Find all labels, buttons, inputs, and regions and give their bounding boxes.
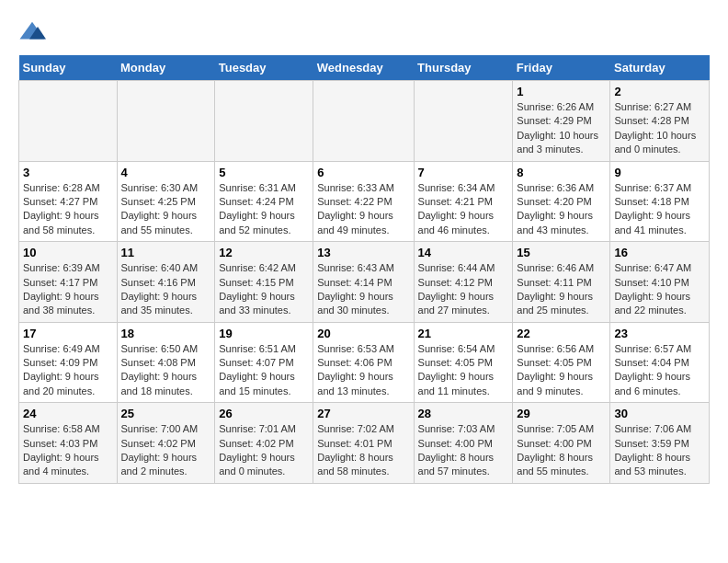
weekday-header: Thursday: [414, 55, 513, 81]
day-info: Sunrise: 6:54 AM Sunset: 4:05 PM Dayligh…: [418, 342, 509, 399]
day-number: 16: [614, 246, 705, 259]
weekday-header: Friday: [513, 55, 610, 81]
day-info: Sunrise: 6:51 AM Sunset: 4:07 PM Dayligh…: [219, 342, 309, 399]
calendar-week: 10Sunrise: 6:39 AM Sunset: 4:17 PM Dayli…: [19, 242, 710, 323]
day-number: 18: [121, 327, 211, 340]
day-number: 5: [219, 166, 309, 179]
calendar-day: [117, 81, 215, 162]
calendar-day: 30Sunrise: 7:06 AM Sunset: 3:59 PM Dayli…: [610, 403, 710, 484]
day-number: 19: [219, 327, 309, 340]
logo: [18, 18, 50, 46]
calendar-day: 21Sunrise: 6:54 AM Sunset: 4:05 PM Dayli…: [414, 322, 513, 403]
calendar-day: 3Sunrise: 6:28 AM Sunset: 4:27 PM Daylig…: [19, 161, 118, 242]
calendar-day: 6Sunrise: 6:33 AM Sunset: 4:22 PM Daylig…: [313, 161, 414, 242]
day-number: 9: [614, 166, 705, 179]
day-number: 28: [418, 407, 509, 420]
calendar-day: 8Sunrise: 6:36 AM Sunset: 4:20 PM Daylig…: [513, 161, 610, 242]
day-info: Sunrise: 6:57 AM Sunset: 4:04 PM Dayligh…: [614, 342, 705, 399]
day-info: Sunrise: 6:46 AM Sunset: 4:11 PM Dayligh…: [517, 261, 606, 318]
day-number: 14: [418, 246, 509, 259]
calendar-day: 27Sunrise: 7:02 AM Sunset: 4:01 PM Dayli…: [313, 403, 414, 484]
weekday-header: Saturday: [610, 55, 710, 81]
day-number: 25: [121, 407, 211, 420]
day-info: Sunrise: 6:47 AM Sunset: 4:10 PM Dayligh…: [614, 261, 705, 318]
day-info: Sunrise: 6:31 AM Sunset: 4:24 PM Dayligh…: [219, 181, 309, 238]
day-info: Sunrise: 7:05 AM Sunset: 4:00 PM Dayligh…: [517, 422, 606, 479]
day-info: Sunrise: 6:36 AM Sunset: 4:20 PM Dayligh…: [517, 181, 606, 238]
day-info: Sunrise: 6:44 AM Sunset: 4:12 PM Dayligh…: [418, 261, 509, 318]
day-number: 10: [23, 246, 113, 259]
calendar-day: 11Sunrise: 6:40 AM Sunset: 4:16 PM Dayli…: [117, 242, 215, 323]
calendar-day: 28Sunrise: 7:03 AM Sunset: 4:00 PM Dayli…: [414, 403, 513, 484]
day-info: Sunrise: 6:50 AM Sunset: 4:08 PM Dayligh…: [121, 342, 211, 399]
day-number: 11: [121, 246, 211, 259]
calendar-day: [215, 81, 313, 162]
day-number: 2: [614, 85, 705, 98]
day-number: 8: [517, 166, 606, 179]
day-info: Sunrise: 6:30 AM Sunset: 4:25 PM Dayligh…: [121, 181, 211, 238]
calendar-day: 20Sunrise: 6:53 AM Sunset: 4:06 PM Dayli…: [313, 322, 414, 403]
day-info: Sunrise: 6:42 AM Sunset: 4:15 PM Dayligh…: [219, 261, 309, 318]
calendar-day: 4Sunrise: 6:30 AM Sunset: 4:25 PM Daylig…: [117, 161, 215, 242]
calendar-day: 7Sunrise: 6:34 AM Sunset: 4:21 PM Daylig…: [414, 161, 513, 242]
calendar-body: 1Sunrise: 6:26 AM Sunset: 4:29 PM Daylig…: [19, 81, 710, 484]
day-number: 29: [517, 407, 606, 420]
calendar-day: 24Sunrise: 6:58 AM Sunset: 4:03 PM Dayli…: [19, 403, 118, 484]
calendar-day: 22Sunrise: 6:56 AM Sunset: 4:05 PM Dayli…: [513, 322, 610, 403]
day-info: Sunrise: 6:26 AM Sunset: 4:29 PM Dayligh…: [517, 100, 606, 157]
calendar-day: 12Sunrise: 6:42 AM Sunset: 4:15 PM Dayli…: [215, 242, 313, 323]
calendar-week: 1Sunrise: 6:26 AM Sunset: 4:29 PM Daylig…: [19, 81, 710, 162]
day-number: 3: [23, 166, 113, 179]
day-number: 6: [317, 166, 409, 179]
day-number: 1: [517, 85, 606, 98]
day-info: Sunrise: 7:00 AM Sunset: 4:02 PM Dayligh…: [121, 422, 211, 479]
page-header: [18, 18, 710, 46]
calendar-day: 13Sunrise: 6:43 AM Sunset: 4:14 PM Dayli…: [313, 242, 414, 323]
calendar-day: 23Sunrise: 6:57 AM Sunset: 4:04 PM Dayli…: [610, 322, 710, 403]
calendar-day: 29Sunrise: 7:05 AM Sunset: 4:00 PM Dayli…: [513, 403, 610, 484]
day-info: Sunrise: 6:43 AM Sunset: 4:14 PM Dayligh…: [317, 261, 409, 318]
day-info: Sunrise: 6:33 AM Sunset: 4:22 PM Dayligh…: [317, 181, 409, 238]
calendar-day: [19, 81, 118, 162]
day-info: Sunrise: 6:27 AM Sunset: 4:28 PM Dayligh…: [614, 100, 705, 157]
day-info: Sunrise: 6:53 AM Sunset: 4:06 PM Dayligh…: [317, 342, 409, 399]
day-info: Sunrise: 6:40 AM Sunset: 4:16 PM Dayligh…: [121, 261, 211, 318]
calendar-week: 17Sunrise: 6:49 AM Sunset: 4:09 PM Dayli…: [19, 322, 710, 403]
calendar-day: 15Sunrise: 6:46 AM Sunset: 4:11 PM Dayli…: [513, 242, 610, 323]
calendar-day: 2Sunrise: 6:27 AM Sunset: 4:28 PM Daylig…: [610, 81, 710, 162]
calendar-day: 10Sunrise: 6:39 AM Sunset: 4:17 PM Dayli…: [19, 242, 118, 323]
day-number: 17: [23, 327, 113, 340]
day-number: 23: [614, 327, 705, 340]
weekday-header: Monday: [117, 55, 215, 81]
day-number: 30: [614, 407, 705, 420]
calendar-day: 1Sunrise: 6:26 AM Sunset: 4:29 PM Daylig…: [513, 81, 610, 162]
day-info: Sunrise: 6:56 AM Sunset: 4:05 PM Dayligh…: [517, 342, 606, 399]
day-info: Sunrise: 6:28 AM Sunset: 4:27 PM Dayligh…: [23, 181, 113, 238]
day-number: 22: [517, 327, 606, 340]
calendar-day: 18Sunrise: 6:50 AM Sunset: 4:08 PM Dayli…: [117, 322, 215, 403]
calendar-day: 5Sunrise: 6:31 AM Sunset: 4:24 PM Daylig…: [215, 161, 313, 242]
calendar-table: SundayMondayTuesdayWednesdayThursdayFrid…: [18, 55, 710, 484]
calendar-day: [414, 81, 513, 162]
day-info: Sunrise: 7:01 AM Sunset: 4:02 PM Dayligh…: [219, 422, 309, 479]
calendar-day: 16Sunrise: 6:47 AM Sunset: 4:10 PM Dayli…: [610, 242, 710, 323]
calendar-day: [313, 81, 414, 162]
day-number: 26: [219, 407, 309, 420]
logo-icon: [18, 18, 46, 46]
day-info: Sunrise: 7:02 AM Sunset: 4:01 PM Dayligh…: [317, 422, 409, 479]
calendar-header: SundayMondayTuesdayWednesdayThursdayFrid…: [19, 55, 710, 81]
calendar-week: 24Sunrise: 6:58 AM Sunset: 4:03 PM Dayli…: [19, 403, 710, 484]
day-number: 15: [517, 246, 606, 259]
weekday-header: Tuesday: [215, 55, 313, 81]
calendar-day: 9Sunrise: 6:37 AM Sunset: 4:18 PM Daylig…: [610, 161, 710, 242]
day-info: Sunrise: 7:06 AM Sunset: 3:59 PM Dayligh…: [614, 422, 705, 479]
day-number: 20: [317, 327, 409, 340]
day-number: 12: [219, 246, 309, 259]
calendar-day: 19Sunrise: 6:51 AM Sunset: 4:07 PM Dayli…: [215, 322, 313, 403]
day-info: Sunrise: 6:34 AM Sunset: 4:21 PM Dayligh…: [418, 181, 509, 238]
calendar-week: 3Sunrise: 6:28 AM Sunset: 4:27 PM Daylig…: [19, 161, 710, 242]
weekday-header: Wednesday: [313, 55, 414, 81]
day-info: Sunrise: 7:03 AM Sunset: 4:00 PM Dayligh…: [418, 422, 509, 479]
calendar-day: 14Sunrise: 6:44 AM Sunset: 4:12 PM Dayli…: [414, 242, 513, 323]
day-number: 27: [317, 407, 409, 420]
